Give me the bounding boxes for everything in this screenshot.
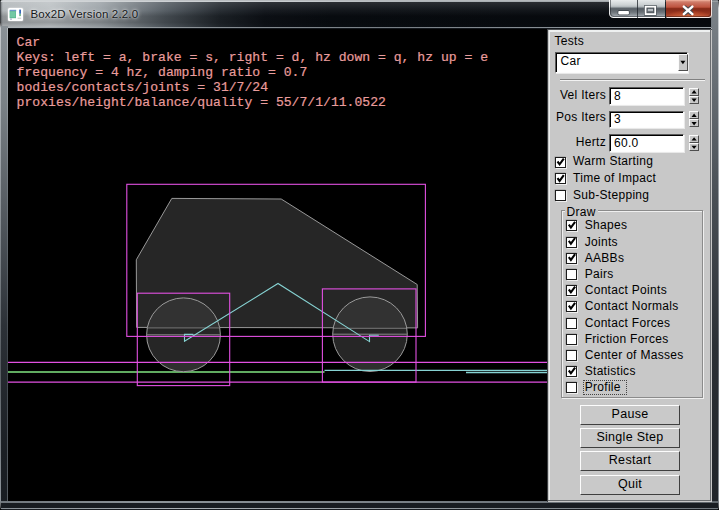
svg-text:Car: Car: [17, 35, 41, 50]
svg-text:bodies/contacts/joints = 31/7/: bodies/contacts/joints = 31/7/24: [17, 80, 269, 95]
svg-text:proxies/height/balance/quality: proxies/height/balance/quality = 55/7/1/…: [17, 95, 386, 110]
svg-text:Keys: left = a, brake = s, rig: Keys: left = a, brake = s, right = d, hz…: [17, 50, 488, 65]
svg-text:frequency = 4 hz, damping rati: frequency = 4 hz, damping ratio = 0.7: [17, 65, 308, 80]
